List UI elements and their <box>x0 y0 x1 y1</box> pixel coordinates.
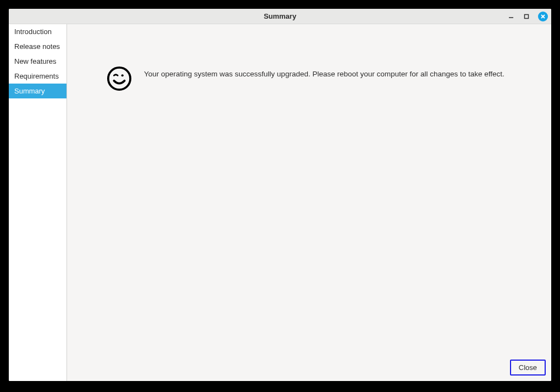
minimize-icon <box>508 14 514 19</box>
sidebar-item-label: Introduction <box>14 27 52 36</box>
wink-smile-icon <box>107 66 132 91</box>
sidebar: Introduction Release notes New features … <box>9 24 67 381</box>
upgrade-success-message: Your operating system was successfully u… <box>144 66 504 80</box>
sidebar-item-label: Requirements <box>14 72 59 80</box>
window-body: Introduction Release notes New features … <box>9 24 551 381</box>
sidebar-item-release-notes[interactable]: Release notes <box>9 39 66 54</box>
sidebar-item-summary[interactable]: Summary <box>9 84 66 98</box>
window-controls <box>507 12 548 21</box>
window-close-button[interactable] <box>538 12 548 21</box>
minimize-button[interactable] <box>507 13 515 20</box>
window-title: Summary <box>264 12 296 20</box>
close-icon <box>540 14 546 19</box>
sidebar-item-label: Release notes <box>14 42 60 51</box>
sidebar-item-requirements[interactable]: Requirements <box>9 69 66 84</box>
content-area: Your operating system was successfully u… <box>67 24 551 354</box>
upgrade-wizard-window: Summary Introduction <box>9 9 551 381</box>
sidebar-item-introduction[interactable]: Introduction <box>9 24 66 39</box>
footer: Close <box>67 354 551 381</box>
svg-point-4 <box>108 68 130 90</box>
close-button[interactable]: Close <box>510 360 546 376</box>
titlebar: Summary <box>9 9 551 24</box>
main-panel: Your operating system was successfully u… <box>67 24 551 381</box>
svg-rect-1 <box>525 14 529 18</box>
maximize-button[interactable] <box>523 13 530 20</box>
sidebar-item-new-features[interactable]: New features <box>9 54 66 69</box>
svg-point-5 <box>121 74 124 76</box>
sidebar-item-label: Summary <box>14 87 45 95</box>
sidebar-item-label: New features <box>14 57 57 65</box>
maximize-icon <box>524 14 529 19</box>
